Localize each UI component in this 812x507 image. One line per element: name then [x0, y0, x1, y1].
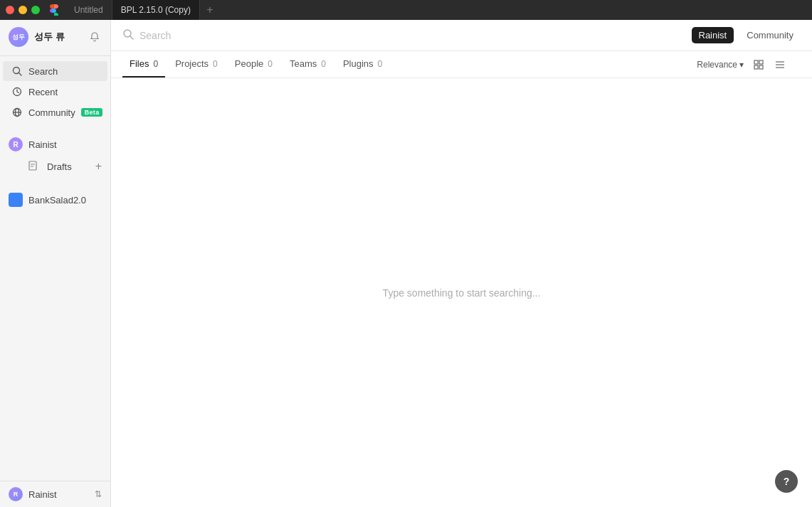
- sidebar-item-recent-label: Recent: [28, 87, 58, 97]
- filter-projects-label: Projects: [175, 58, 209, 69]
- sidebar-item-community[interactable]: Community Beta: [3, 102, 107, 122]
- filter-projects-count: 0: [213, 59, 218, 69]
- search-input[interactable]: [139, 30, 686, 41]
- minimize-button[interactable]: [19, 6, 27, 14]
- teams-section: BankSalad2.0: [0, 183, 110, 217]
- drafts-label: Drafts: [47, 161, 90, 172]
- expand-icon: ⇅: [95, 489, 102, 499]
- help-label: ?: [784, 476, 790, 487]
- beta-badge: Beta: [81, 108, 103, 117]
- svg-point-9: [124, 30, 131, 37]
- titlebar: Untitled BPL 2.15.0 (Copy) +: [0, 0, 812, 20]
- filter-files-label: Files: [130, 58, 149, 69]
- svg-rect-6: [29, 161, 36, 170]
- app-icon: [48, 4, 60, 16]
- sort-label: Relevance: [697, 60, 737, 70]
- personal-workspace[interactable]: R Rainist: [0, 133, 110, 156]
- filter-plugins-count: 0: [378, 59, 383, 69]
- user-row: 성두 성두 류: [9, 27, 102, 47]
- filter-tab-people[interactable]: People 0: [228, 51, 280, 78]
- svg-rect-11: [754, 60, 758, 64]
- view-buttons: [749, 55, 789, 74]
- tab-list: Untitled BPL 2.15.0 (Copy) +: [65, 0, 806, 20]
- main-content: Rainist Community Files 0 Projects 0 Peo…: [111, 20, 812, 507]
- sidebar-item-community-label: Community: [28, 107, 75, 118]
- sidebar-item-recent[interactable]: Recent: [3, 82, 107, 102]
- search-bar: Rainist Community: [111, 20, 812, 51]
- sidebar-nav: Search Recent: [0, 56, 110, 127]
- maximize-button[interactable]: [31, 6, 40, 14]
- filter-tabs: Files 0 Projects 0 People 0 Teams 0 Plug…: [111, 51, 812, 78]
- tab-untitled[interactable]: Untitled: [65, 0, 112, 20]
- svg-rect-13: [754, 65, 758, 69]
- svg-rect-12: [759, 60, 763, 64]
- bottom-avatar: R: [9, 487, 23, 501]
- search-icon: [122, 28, 134, 42]
- filter-teams-label: Teams: [290, 58, 317, 69]
- help-button[interactable]: ?: [775, 470, 798, 493]
- scope-community-button[interactable]: Community: [739, 27, 801, 43]
- add-draft-button[interactable]: +: [95, 160, 102, 173]
- filter-plugins-label: Plugins: [343, 58, 374, 69]
- drafts-icon: [28, 161, 37, 173]
- search-actions: Rainist Community: [692, 27, 801, 43]
- recent-icon: [11, 86, 23, 97]
- sidebar-item-search[interactable]: Search: [3, 61, 107, 81]
- bottom-name: Rainist: [28, 489, 89, 500]
- personal-avatar: R: [9, 137, 23, 151]
- search-icon: [11, 65, 23, 77]
- svg-rect-14: [759, 65, 763, 69]
- personal-label: Rainist: [28, 139, 102, 150]
- filter-tab-files[interactable]: Files 0: [122, 51, 165, 78]
- team-banksalad[interactable]: BankSalad2.0: [0, 188, 110, 211]
- personal-section: R Rainist Drafts +: [0, 127, 110, 183]
- filter-people-label: People: [235, 58, 263, 69]
- team-label: BankSalad2.0: [28, 195, 102, 206]
- filter-teams-count: 0: [321, 59, 326, 69]
- filter-people-count: 0: [268, 59, 273, 69]
- traffic-lights: [6, 6, 40, 14]
- community-icon: [11, 107, 23, 118]
- filter-files-count: 0: [153, 59, 158, 69]
- team-color: [9, 193, 23, 207]
- svg-line-10: [130, 36, 133, 39]
- sort-controls: Relevance ▾: [685, 55, 801, 74]
- sidebar-bottom[interactable]: R Rainist ⇅: [0, 481, 110, 507]
- close-button[interactable]: [6, 6, 14, 14]
- sidebar-top: 성두 성두 류: [0, 20, 110, 56]
- filter-tab-teams[interactable]: Teams 0: [283, 51, 333, 78]
- empty-message: Type something to start searching...: [383, 287, 541, 299]
- tab-bpl[interactable]: BPL 2.15.0 (Copy): [112, 0, 200, 20]
- user-name: 성두 류: [34, 31, 82, 43]
- add-tab-button[interactable]: +: [200, 0, 220, 20]
- scope-rainist-button[interactable]: Rainist: [692, 27, 734, 43]
- notification-button[interactable]: [88, 30, 102, 44]
- sidebar-item-search-label: Search: [28, 66, 58, 77]
- sort-chevron: ▾: [739, 60, 744, 70]
- avatar: 성두: [9, 27, 28, 47]
- drafts-item[interactable]: Drafts +: [0, 156, 110, 177]
- filter-tab-plugins[interactable]: Plugins 0: [336, 51, 389, 78]
- app-layout: 성두 성두 류 Search: [0, 20, 812, 507]
- sidebar: 성두 성두 류 Search: [0, 20, 111, 507]
- grid-view-button[interactable]: [749, 55, 768, 74]
- list-view-button[interactable]: [771, 55, 789, 74]
- filter-tab-projects[interactable]: Projects 0: [168, 51, 225, 78]
- svg-line-1: [19, 73, 22, 76]
- sort-button[interactable]: Relevance ▾: [697, 60, 744, 70]
- empty-state: Type something to start searching...: [111, 78, 812, 507]
